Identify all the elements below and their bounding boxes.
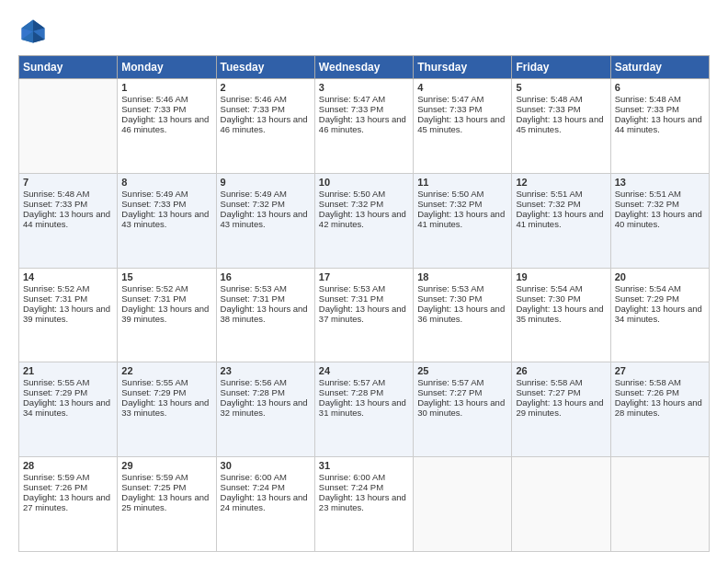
sunset-text: Sunset: 7:27 PM	[417, 387, 507, 397]
sunrise-text: Sunrise: 5:54 AM	[615, 283, 705, 293]
day-number: 8	[121, 177, 211, 188]
sunset-text: Sunset: 7:32 PM	[516, 199, 606, 209]
sunrise-text: Sunrise: 5:49 AM	[221, 189, 311, 199]
calendar-week-row: 1Sunrise: 5:46 AMSunset: 7:33 PMDaylight…	[19, 79, 710, 174]
sunrise-text: Sunrise: 5:53 AM	[417, 283, 507, 293]
calendar-header-wednesday: Wednesday	[314, 56, 413, 79]
calendar-header-monday: Monday	[118, 56, 216, 79]
day-number: 6	[615, 82, 705, 93]
sunset-text: Sunset: 7:28 PM	[319, 387, 409, 397]
calendar-cell: 19Sunrise: 5:54 AMSunset: 7:30 PMDayligh…	[512, 268, 610, 362]
sunrise-text: Sunrise: 6:00 AM	[221, 472, 311, 482]
daylight-text: Daylight: 13 hours and 45 minutes.	[417, 114, 507, 134]
day-number: 14	[23, 271, 113, 282]
sunset-text: Sunset: 7:28 PM	[221, 387, 311, 397]
calendar-cell: 23Sunrise: 5:56 AMSunset: 7:28 PMDayligh…	[216, 362, 314, 457]
calendar-header-row: SundayMondayTuesdayWednesdayThursdayFrid…	[19, 56, 710, 79]
sunrise-text: Sunrise: 5:51 AM	[615, 189, 705, 199]
sunset-text: Sunset: 7:27 PM	[516, 387, 606, 397]
calendar-cell: 3Sunrise: 5:47 AMSunset: 7:33 PMDaylight…	[314, 79, 413, 174]
calendar-cell: 26Sunrise: 5:58 AMSunset: 7:27 PMDayligh…	[512, 362, 610, 457]
calendar-cell	[19, 79, 118, 174]
sunset-text: Sunset: 7:33 PM	[121, 199, 211, 209]
sunset-text: Sunset: 7:31 PM	[23, 293, 113, 304]
calendar-cell: 2Sunrise: 5:46 AMSunset: 7:33 PMDaylight…	[216, 79, 314, 174]
sunset-text: Sunset: 7:29 PM	[121, 387, 211, 397]
calendar-cell: 9Sunrise: 5:49 AMSunset: 7:32 PMDaylight…	[216, 173, 314, 268]
daylight-text: Daylight: 13 hours and 44 minutes.	[615, 114, 705, 134]
calendar-week-row: 7Sunrise: 5:48 AMSunset: 7:33 PMDaylight…	[19, 173, 710, 268]
day-number: 3	[319, 82, 409, 93]
day-number: 24	[319, 365, 409, 376]
daylight-text: Daylight: 13 hours and 27 minutes.	[23, 492, 113, 512]
calendar-cell: 24Sunrise: 5:57 AMSunset: 7:28 PMDayligh…	[314, 362, 413, 457]
sunrise-text: Sunrise: 5:55 AM	[121, 377, 211, 387]
sunset-text: Sunset: 7:29 PM	[23, 387, 113, 397]
sunrise-text: Sunrise: 5:56 AM	[221, 377, 311, 387]
sunset-text: Sunset: 7:32 PM	[615, 199, 705, 209]
daylight-text: Daylight: 13 hours and 42 minutes.	[319, 209, 409, 229]
calendar-cell: 6Sunrise: 5:48 AMSunset: 7:33 PMDaylight…	[610, 79, 709, 174]
sunset-text: Sunset: 7:26 PM	[615, 387, 705, 397]
calendar-cell: 30Sunrise: 6:00 AMSunset: 7:24 PMDayligh…	[216, 457, 314, 552]
day-number: 31	[319, 460, 409, 471]
sunset-text: Sunset: 7:29 PM	[615, 293, 705, 304]
sunset-text: Sunset: 7:32 PM	[319, 199, 409, 209]
daylight-text: Daylight: 13 hours and 41 minutes.	[417, 209, 507, 229]
day-number: 26	[516, 365, 606, 376]
daylight-text: Daylight: 13 hours and 34 minutes.	[615, 304, 705, 324]
sunrise-text: Sunrise: 5:52 AM	[23, 283, 113, 293]
sunset-text: Sunset: 7:33 PM	[417, 104, 507, 114]
sunset-text: Sunset: 7:33 PM	[221, 104, 311, 114]
sunrise-text: Sunrise: 5:50 AM	[319, 189, 409, 199]
daylight-text: Daylight: 13 hours and 33 minutes.	[121, 397, 211, 418]
daylight-text: Daylight: 13 hours and 43 minutes.	[221, 209, 311, 229]
sunrise-text: Sunrise: 5:59 AM	[23, 472, 113, 482]
calendar-cell: 4Sunrise: 5:47 AMSunset: 7:33 PMDaylight…	[414, 79, 512, 174]
daylight-text: Daylight: 13 hours and 25 minutes.	[121, 492, 211, 512]
calendar-cell: 28Sunrise: 5:59 AMSunset: 7:26 PMDayligh…	[19, 457, 118, 552]
header	[18, 17, 710, 46]
sunset-text: Sunset: 7:26 PM	[23, 482, 113, 492]
sunrise-text: Sunrise: 5:54 AM	[516, 283, 606, 293]
daylight-text: Daylight: 13 hours and 28 minutes.	[615, 397, 705, 418]
daylight-text: Daylight: 13 hours and 44 minutes.	[23, 209, 113, 229]
sunset-text: Sunset: 7:25 PM	[121, 482, 211, 492]
day-number: 27	[615, 365, 705, 376]
sunrise-text: Sunrise: 5:52 AM	[121, 283, 211, 293]
day-number: 25	[417, 365, 507, 376]
daylight-text: Daylight: 13 hours and 37 minutes.	[319, 304, 409, 324]
day-number: 5	[516, 82, 606, 93]
sunrise-text: Sunrise: 5:46 AM	[121, 94, 211, 104]
daylight-text: Daylight: 13 hours and 31 minutes.	[319, 397, 409, 418]
sunset-text: Sunset: 7:31 PM	[221, 293, 311, 304]
sunset-text: Sunset: 7:31 PM	[319, 293, 409, 304]
calendar-week-row: 21Sunrise: 5:55 AMSunset: 7:29 PMDayligh…	[19, 362, 710, 457]
calendar-header-thursday: Thursday	[414, 56, 512, 79]
sunset-text: Sunset: 7:32 PM	[417, 199, 507, 209]
calendar-cell: 7Sunrise: 5:48 AMSunset: 7:33 PMDaylight…	[19, 173, 118, 268]
sunset-text: Sunset: 7:24 PM	[319, 482, 409, 492]
calendar-cell: 27Sunrise: 5:58 AMSunset: 7:26 PMDayligh…	[610, 362, 709, 457]
calendar-cell: 20Sunrise: 5:54 AMSunset: 7:29 PMDayligh…	[610, 268, 709, 362]
sunset-text: Sunset: 7:33 PM	[121, 104, 211, 114]
sunset-text: Sunset: 7:30 PM	[417, 293, 507, 304]
calendar-cell	[414, 457, 512, 552]
calendar-cell: 10Sunrise: 5:50 AMSunset: 7:32 PMDayligh…	[314, 173, 413, 268]
calendar-header-saturday: Saturday	[610, 56, 709, 79]
sunrise-text: Sunrise: 5:47 AM	[417, 94, 507, 104]
calendar-header-tuesday: Tuesday	[216, 56, 314, 79]
sunset-text: Sunset: 7:32 PM	[221, 199, 311, 209]
sunrise-text: Sunrise: 5:46 AM	[221, 94, 311, 104]
sunrise-text: Sunrise: 5:57 AM	[417, 377, 507, 387]
calendar-cell: 11Sunrise: 5:50 AMSunset: 7:32 PMDayligh…	[414, 173, 512, 268]
daylight-text: Daylight: 13 hours and 23 minutes.	[319, 492, 409, 512]
calendar-cell: 16Sunrise: 5:53 AMSunset: 7:31 PMDayligh…	[216, 268, 314, 362]
daylight-text: Daylight: 13 hours and 43 minutes.	[121, 209, 211, 229]
day-number: 11	[417, 177, 507, 188]
sunset-text: Sunset: 7:33 PM	[319, 104, 409, 114]
day-number: 16	[221, 271, 311, 282]
sunrise-text: Sunrise: 5:57 AM	[319, 377, 409, 387]
day-number: 15	[121, 271, 211, 282]
sunset-text: Sunset: 7:30 PM	[516, 293, 606, 304]
